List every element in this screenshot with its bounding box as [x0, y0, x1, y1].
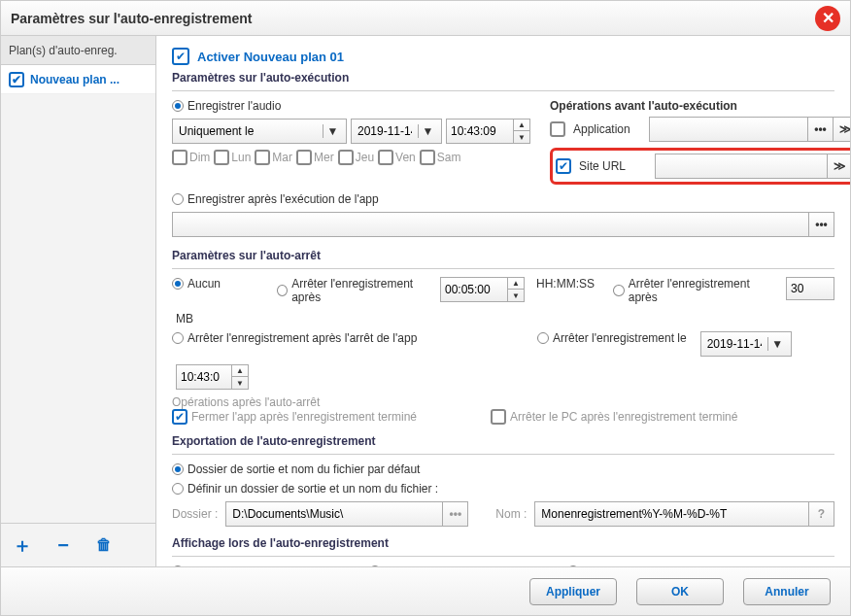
siteurl-input[interactable]: [656, 154, 827, 178]
ellipsis-icon[interactable]: •••: [808, 213, 834, 236]
arrow-right-icon[interactable]: ≫: [833, 118, 850, 141]
spin-down-icon[interactable]: ▼: [232, 377, 248, 389]
spin-down-icon[interactable]: ▼: [514, 131, 529, 143]
application-field[interactable]: ••• ≫: [649, 117, 850, 142]
preops-title: Opérations avant l'auto-exécution: [550, 99, 850, 113]
day-tue-checkbox[interactable]: [255, 150, 270, 165]
ok-button[interactable]: OK: [636, 578, 724, 605]
radio-record-audio[interactable]: Enregistrer l'audio: [172, 99, 281, 113]
chevron-down-icon[interactable]: ▼: [767, 337, 787, 351]
radio-stop-after-app-quit-label: Arrêter l'enregistrement après l'arrêt d…: [187, 331, 417, 345]
name-field[interactable]: ?: [534, 501, 834, 527]
application-input[interactable]: [650, 118, 807, 141]
folder-field[interactable]: •••: [225, 501, 468, 527]
day-thu-label: Jeu: [356, 151, 374, 164]
folder-label: Dossier :: [172, 507, 218, 521]
application-checkbox[interactable]: [550, 121, 565, 137]
spin-up-icon[interactable]: ▲: [514, 120, 529, 131]
ellipsis-icon[interactable]: •••: [442, 502, 467, 526]
schedule-mode-select[interactable]: ▼: [172, 119, 347, 144]
day-sat-checkbox[interactable]: [420, 150, 435, 165]
postops-title: Opérations après l'auto-arrêt: [172, 395, 834, 409]
day-fri-label: Ven: [395, 151, 416, 164]
day-sat-label: Sam: [437, 151, 461, 164]
shutdown-pc-checkbox[interactable]: [491, 409, 506, 425]
enable-plan-checkbox[interactable]: [172, 48, 189, 65]
radio-default-folder[interactable]: Dossier de sortie et nom du fichier par …: [172, 462, 420, 476]
spin-up-icon[interactable]: ▲: [232, 365, 248, 377]
cancel-button[interactable]: Annuler: [743, 578, 831, 605]
stop-time-spinner[interactable]: ▲▼: [176, 364, 249, 390]
day-sun-checkbox[interactable]: [172, 150, 187, 165]
siteurl-checkbox[interactable]: [556, 158, 571, 174]
stop-date-value: [701, 333, 767, 355]
remove-plan-button[interactable]: −: [51, 533, 75, 557]
close-app-checkbox[interactable]: [172, 409, 187, 425]
radio-stop-at-date[interactable]: Arrêter l'enregistrement le: [537, 331, 687, 345]
size-unit-label: MB: [176, 312, 193, 325]
day-mon-checkbox[interactable]: [214, 150, 229, 165]
day-sun-label: Dim: [189, 151, 210, 164]
ellipsis-icon[interactable]: •••: [807, 118, 833, 141]
radio-default-folder-label: Dossier de sortie et nom du fichier par …: [187, 462, 420, 476]
shutdown-pc-label: Arrêter le PC après l'enregistrement ter…: [510, 410, 737, 424]
siteurl-label: Site URL: [579, 159, 647, 173]
radio-stop-after-size-label: Arrêter l'enregistrement après: [629, 277, 778, 304]
size-input[interactable]: [786, 277, 834, 300]
stop-date-picker[interactable]: ▼: [700, 331, 792, 357]
duration-spinner[interactable]: ▲▼: [440, 277, 525, 302]
radio-custom-folder-label: Définir un dossier de sortie et un nom d…: [187, 482, 438, 496]
help-icon[interactable]: ?: [808, 502, 834, 526]
chevron-down-icon[interactable]: ▼: [323, 124, 342, 138]
sidebar-item-label: Nouveau plan ...: [30, 73, 119, 86]
date-picker[interactable]: ▼: [351, 119, 442, 144]
chevron-down-icon[interactable]: ▼: [418, 124, 437, 138]
time-spinner[interactable]: ▲▼: [446, 119, 530, 144]
app-path-field[interactable]: •••: [172, 212, 834, 237]
radio-stop-at-date-label: Arrêter l'enregistrement le: [553, 331, 687, 345]
delete-plan-button[interactable]: 🗑: [92, 533, 116, 557]
enable-plan-label: Activer Nouveau plan 01: [197, 50, 344, 64]
sidebar-header: Plan(s) d'auto-enreg.: [1, 36, 155, 65]
date-value: [352, 120, 418, 142]
close-app-label: Fermer l'app après l'enregistrement term…: [191, 410, 417, 424]
radio-custom-folder[interactable]: Définir un dossier de sortie et un nom d…: [172, 482, 438, 496]
day-thu-checkbox[interactable]: [338, 150, 354, 165]
siteurl-highlight: Site URL ≫: [550, 148, 850, 185]
section-export-title: Exportation de l'auto-enregistrement: [172, 434, 834, 448]
radio-record-after-app[interactable]: Enregistrer après l'exécution de l'app: [172, 192, 379, 206]
radio-stop-after-app-quit[interactable]: Arrêter l'enregistrement après l'arrêt d…: [172, 331, 434, 345]
apply-button[interactable]: Appliquer: [529, 578, 617, 605]
day-fri-checkbox[interactable]: [378, 150, 393, 165]
close-button[interactable]: ✕: [815, 6, 840, 31]
hhmmss-label: HH:MM:SS: [536, 277, 595, 291]
stop-time-value[interactable]: [177, 365, 231, 389]
section-display-title: Affichage lors de l'auto-enregistrement: [172, 536, 834, 550]
radio-stop-after-size[interactable]: Arrêter l'enregistrement après: [613, 277, 778, 304]
arrow-right-icon[interactable]: ≫: [827, 154, 850, 178]
time-value[interactable]: [447, 120, 513, 143]
radio-stop-none[interactable]: Aucun: [172, 277, 269, 291]
add-plan-button[interactable]: ＋: [11, 533, 34, 557]
section-stop-title: Paramètres sur l'auto-arrêt: [172, 249, 834, 262]
day-wed-label: Mer: [314, 151, 334, 164]
radio-stop-after-duration[interactable]: Arrêter l'enregistrement après: [277, 277, 432, 304]
section-exec-title: Paramètres sur l'auto-exécution: [172, 71, 834, 85]
name-input[interactable]: [535, 502, 808, 526]
folder-input[interactable]: [226, 502, 442, 526]
day-tue-label: Mar: [272, 151, 292, 164]
day-wed-checkbox[interactable]: [296, 150, 312, 165]
sidebar-item-plan-01[interactable]: Nouveau plan ...: [1, 65, 155, 94]
spin-up-icon[interactable]: ▲: [508, 278, 524, 290]
radio-stop-after-duration-label: Arrêter l'enregistrement après: [291, 277, 432, 304]
name-label: Nom :: [495, 507, 527, 521]
radio-stop-none-label: Aucun: [187, 277, 221, 291]
siteurl-field[interactable]: ≫: [655, 154, 850, 179]
app-path-input[interactable]: [173, 213, 808, 236]
duration-value[interactable]: [441, 278, 507, 301]
window-title: Paramètres sur l'auto-enregistrement: [11, 11, 252, 26]
spin-down-icon[interactable]: ▼: [508, 290, 524, 301]
checkbox-icon[interactable]: [9, 72, 24, 87]
application-label: Application: [573, 122, 641, 136]
day-mon-label: Lun: [231, 151, 251, 164]
